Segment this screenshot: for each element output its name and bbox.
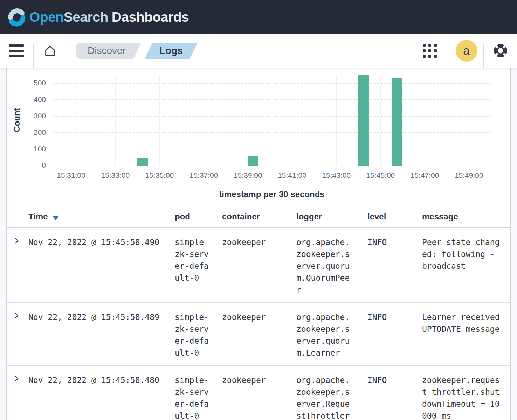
apps-grid-icon: [423, 44, 437, 58]
x-tick-label: 15:45:00: [356, 171, 405, 180]
cell-container: zookeeper: [222, 227, 296, 302]
horizontal-gridline: [53, 83, 491, 84]
app-title: OpenSearchDashboards: [29, 9, 189, 25]
vertical-gridline: [248, 75, 248, 166]
y-tick-label: 400: [7, 95, 46, 104]
help-life-ring-icon: [493, 43, 508, 58]
breadcrumb: Discover Logs: [76, 43, 198, 59]
x-tick-label: 15:33:00: [91, 171, 140, 180]
breadcrumb-logs[interactable]: Logs: [145, 43, 198, 59]
histogram-bar[interactable]: [137, 158, 148, 166]
nav-right: a: [411, 34, 517, 68]
nav-bar: Discover Logs a: [0, 34, 517, 68]
y-tick-label: 0: [7, 161, 46, 169]
cell-level: INFO: [367, 227, 422, 302]
help-button[interactable]: [484, 34, 517, 68]
cell-level: INFO: [367, 365, 422, 420]
header-container[interactable]: container: [222, 205, 296, 227]
log-table-row: Nov 22, 2022 @ 15:45:58.490 simple-zk-se…: [7, 227, 510, 302]
x-tick-label: 15:37:00: [179, 171, 228, 180]
menu-button[interactable]: [0, 34, 33, 68]
header-level[interactable]: level: [367, 205, 422, 227]
cell-pod: simple-zk-server-default-0: [175, 302, 222, 365]
vertical-gridline: [204, 75, 204, 166]
cell-logger: org.apache.zookeeper.server.quorum.Quoru…: [296, 227, 367, 302]
cell-time: Nov 22, 2022 @ 15:45:58.480: [28, 365, 175, 420]
brand-dashboards: Dashboards: [112, 9, 189, 24]
x-tick-label: 15:49:00: [444, 171, 494, 180]
histogram-bar[interactable]: [358, 75, 369, 166]
sort-desc-icon: [52, 216, 59, 220]
brand-open: Open: [29, 9, 64, 24]
x-tick-label: 15:31:00: [47, 171, 96, 180]
x-tick-label: 15:35:00: [135, 171, 184, 180]
log-table-header-row: Time pod container logger level message: [7, 205, 510, 227]
chevron-right-icon: [13, 237, 20, 245]
vertical-gridline: [469, 75, 469, 166]
cell-time: Nov 22, 2022 @ 15:45:58.490: [28, 227, 175, 302]
vertical-gridline: [336, 75, 337, 166]
breadcrumb-discover[interactable]: Discover: [76, 43, 141, 59]
x-tick-label: 15:39:00: [223, 171, 273, 180]
apps-menu-button[interactable]: [411, 34, 449, 68]
x-axis-title: timestamp per 30 seconds: [53, 189, 491, 199]
expand-row-button[interactable]: [13, 312, 20, 321]
expand-row-button[interactable]: [13, 375, 20, 384]
cell-container: zookeeper: [222, 302, 296, 365]
horizontal-gridline: [53, 149, 491, 149]
y-tick-label: 500: [7, 79, 46, 87]
opensearch-logo-icon: [7, 7, 27, 27]
x-tick-label: 15:41:00: [268, 171, 317, 180]
vertical-gridline: [159, 75, 160, 166]
chart-plot: 15:31:0015:33:0015:35:0015:37:0015:39:00…: [53, 75, 491, 166]
vertical-gridline: [115, 75, 116, 166]
cell-pod: simple-zk-server-default-0: [175, 227, 222, 302]
app-header: OpenSearchDashboards: [0, 0, 517, 34]
header-logger[interactable]: logger: [296, 205, 367, 227]
header-time[interactable]: Time: [28, 205, 175, 227]
vertical-gridline: [425, 75, 425, 166]
x-tick-label: 15:47:00: [400, 171, 449, 180]
y-tick-label: 200: [7, 128, 46, 136]
content-panel: Count 15:31:0015:33:0015:35:0015:37:0015…: [6, 68, 511, 420]
cell-level: INFO: [367, 302, 422, 365]
avatar: a: [456, 40, 477, 62]
vertical-gridline: [71, 75, 71, 166]
vertical-gridline: [380, 75, 381, 166]
cell-logger: org.apache.zookeeper.server.RequestThrot…: [296, 365, 367, 420]
home-button[interactable]: [34, 34, 67, 68]
cell-message: Peer state changed: following - broadcas…: [422, 227, 510, 302]
y-tick-label: 100: [7, 145, 46, 153]
cell-pod: simple-zk-server-default-0: [175, 365, 222, 420]
home-icon: [43, 44, 57, 58]
horizontal-gridline: [53, 116, 491, 117]
chevron-right-icon: [13, 312, 20, 320]
histogram-bar[interactable]: [248, 156, 258, 166]
log-table-row: Nov 22, 2022 @ 15:45:58.489 simple-zk-se…: [7, 302, 510, 365]
histogram-chart: Count 15:31:0015:33:0015:35:0015:37:0015…: [7, 68, 510, 205]
hamburger-icon: [9, 44, 24, 57]
log-table-row: Nov 22, 2022 @ 15:45:58.480 simple-zk-se…: [7, 365, 510, 420]
header-message[interactable]: message: [422, 205, 510, 227]
histogram-bar[interactable]: [392, 78, 402, 166]
brand-search: Search: [64, 9, 108, 24]
expand-row-button[interactable]: [13, 237, 20, 246]
x-axis-line: [53, 166, 491, 166]
vertical-gridline: [292, 75, 292, 166]
header-pod[interactable]: pod: [175, 205, 222, 227]
chevron-right-icon: [13, 375, 20, 383]
y-tick-label: 300: [7, 112, 46, 120]
account-button[interactable]: a: [449, 34, 483, 68]
horizontal-gridline: [53, 132, 491, 133]
opensearch-logo: OpenSearchDashboards: [7, 7, 189, 27]
cell-message: zookeeper.request_throttler.shutdownTime…: [422, 365, 510, 420]
x-tick-label: 15:43:00: [312, 171, 361, 180]
cell-time: Nov 22, 2022 @ 15:45:58.489: [28, 302, 175, 365]
log-table: Time pod container logger level message …: [7, 205, 510, 420]
y-axis-line: [53, 75, 53, 166]
nav-divider: [67, 44, 67, 68]
header-expand-column: [7, 205, 28, 227]
horizontal-gridline: [53, 99, 491, 100]
cell-message: Learner received UPTODATE message: [422, 302, 510, 365]
cell-logger: org.apache.zookeeper.server.quorum.Learn…: [296, 302, 367, 365]
